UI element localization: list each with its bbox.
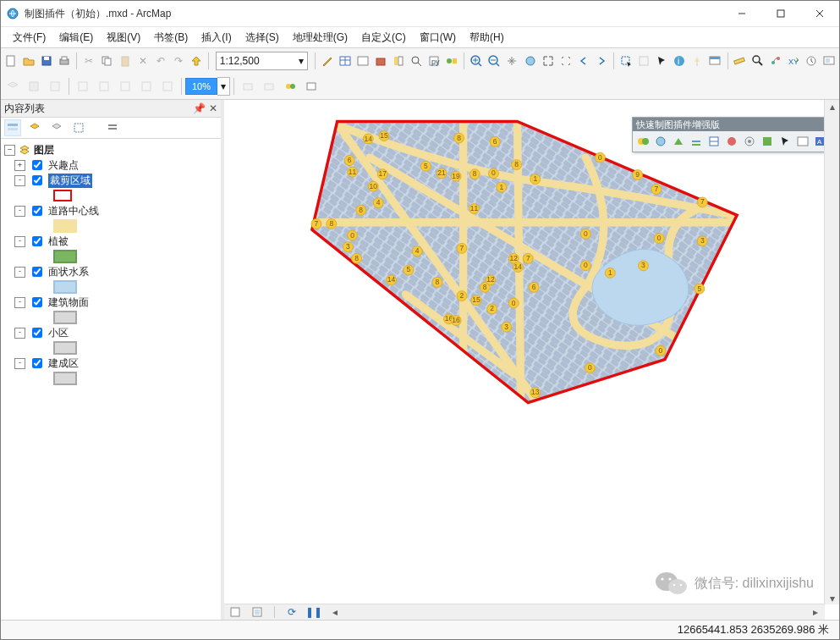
tree-row[interactable]: -小区 — [4, 325, 217, 340]
layer-checkbox[interactable] — [32, 206, 42, 216]
zoom-in-icon[interactable] — [468, 51, 485, 71]
layer-checkbox[interactable] — [32, 175, 42, 185]
redo-icon[interactable]: ↷ — [170, 51, 187, 71]
map-canvas[interactable]: 1415866111017521198081109771184870381454… — [224, 100, 825, 604]
python-icon[interactable]: py — [425, 51, 442, 71]
select-features-icon[interactable] — [618, 51, 634, 71]
time-slider-icon[interactable] — [803, 51, 820, 71]
scroll-up-icon[interactable]: ▴ — [826, 100, 838, 113]
catalog-icon[interactable] — [390, 51, 407, 71]
plugin-toolbar[interactable]: 快速制图插件增强版 ▾ ✕ — [632, 117, 839, 152]
plugin-btn-2-icon[interactable] — [653, 134, 668, 149]
scroll-left-icon[interactable]: ◂ — [328, 606, 341, 619]
scroll-right-icon[interactable]: ▸ — [809, 606, 821, 619]
menu-item[interactable]: 窗口(W) — [413, 28, 463, 47]
graph-icon[interactable] — [354, 51, 371, 71]
plugin-btn-3-icon[interactable] — [671, 134, 686, 149]
tree-row[interactable]: -植被 — [4, 234, 217, 249]
clear-selection-icon[interactable] — [635, 51, 652, 71]
tree-row[interactable] — [4, 249, 217, 264]
cut-icon[interactable]: ✂ — [80, 51, 97, 71]
opacity-control[interactable]: 10% ▾ — [185, 77, 230, 96]
tree-row[interactable] — [4, 340, 217, 356]
plugin-btn-1-icon[interactable] — [635, 134, 651, 149]
pan-icon[interactable] — [503, 51, 520, 71]
paste-icon[interactable] — [116, 51, 133, 71]
model-builder-icon[interactable] — [443, 51, 460, 71]
menu-item[interactable]: 帮助(H) — [463, 28, 511, 47]
menu-item[interactable]: 选择(S) — [239, 28, 286, 47]
hyperlink-icon[interactable] — [689, 51, 705, 71]
swipe-icon[interactable] — [24, 76, 44, 97]
find-route-icon[interactable] — [767, 51, 784, 71]
delete-icon[interactable]: ✕ — [135, 51, 151, 71]
effect-layer-icon[interactable] — [3, 76, 23, 97]
scale-input[interactable]: 1:12,500▾ — [216, 52, 308, 70]
minimize-button[interactable] — [722, 1, 761, 26]
close-button[interactable] — [800, 1, 839, 26]
plugin-btn-7-icon[interactable] — [742, 134, 757, 149]
maximize-button[interactable] — [761, 1, 800, 26]
tree-row[interactable]: −图层 — [4, 142, 217, 157]
tree-row[interactable] — [4, 188, 217, 203]
scroll-down-icon[interactable]: ▾ — [826, 592, 838, 604]
print-icon[interactable] — [56, 51, 73, 71]
close-panel-icon[interactable]: ✕ — [209, 102, 217, 114]
tb2-g-icon[interactable] — [259, 76, 279, 97]
tree-row[interactable]: -面状水系 — [4, 264, 217, 279]
search-window-icon[interactable] — [408, 51, 425, 71]
tb2-f-icon[interactable] — [238, 76, 258, 97]
save-icon[interactable] — [38, 51, 55, 71]
plugin-btn-4-icon[interactable] — [689, 134, 704, 149]
tb2-i-icon[interactable] — [301, 76, 321, 97]
tb2-a-icon[interactable] — [73, 76, 93, 97]
tb2-e-icon[interactable] — [157, 76, 178, 97]
undo-icon[interactable]: ↶ — [152, 51, 169, 71]
plugin-btn-8-icon[interactable] — [760, 134, 775, 149]
vertical-scrollbar[interactable]: ▴ ▾ — [824, 100, 839, 604]
tree-row[interactable] — [4, 371, 217, 386]
plugin-btn-9-icon[interactable] — [777, 134, 793, 149]
zoom-out-icon[interactable] — [486, 51, 502, 71]
new-doc-icon[interactable] — [3, 51, 19, 71]
plugin-btn-6-icon[interactable] — [724, 134, 739, 149]
tree-row[interactable]: +兴趣点 — [4, 157, 217, 173]
layer-checkbox[interactable] — [32, 236, 42, 246]
tree-row[interactable]: -建成区 — [4, 356, 217, 371]
data-view-button[interactable] — [228, 604, 243, 620]
full-extent-icon[interactable] — [522, 51, 539, 71]
list-by-visibility-icon[interactable] — [48, 119, 65, 136]
menu-item[interactable]: 文件(F) — [6, 28, 52, 47]
chevron-down-icon[interactable]: ▾ — [217, 77, 230, 96]
list-by-source-icon[interactable] — [26, 119, 43, 136]
menu-item[interactable]: 地理处理(G) — [286, 28, 354, 47]
list-by-drawing-order-icon[interactable] — [4, 119, 21, 136]
menu-item[interactable]: 插入(I) — [195, 28, 238, 47]
plugin-btn-10-icon[interactable] — [795, 134, 810, 149]
editor-toolbar-icon[interactable] — [318, 51, 335, 71]
fixed-zoom-out-icon[interactable] — [557, 51, 574, 71]
layout-view-button[interactable] — [250, 604, 265, 620]
fixed-zoom-in-icon[interactable] — [540, 51, 557, 71]
refresh-button[interactable]: ⟳ — [284, 604, 299, 620]
tb2-b-icon[interactable] — [94, 76, 114, 97]
layer-checkbox[interactable] — [32, 160, 42, 170]
flicker-icon[interactable] — [45, 76, 65, 97]
toolbox-icon[interactable] — [372, 51, 389, 71]
list-by-selection-icon[interactable] — [70, 119, 87, 136]
tree-row[interactable]: -建筑物面 — [4, 295, 217, 310]
tb2-h-icon[interactable] — [280, 76, 300, 97]
menu-item[interactable]: 书签(B) — [147, 28, 195, 47]
plugin-btn-5-icon[interactable] — [706, 134, 722, 149]
options-icon[interactable] — [104, 119, 121, 136]
add-data-icon[interactable] — [188, 51, 205, 71]
prev-extent-icon[interactable] — [575, 51, 592, 71]
tb2-d-icon[interactable] — [136, 76, 156, 97]
viewer-window-icon[interactable] — [821, 51, 837, 71]
html-popup-icon[interactable] — [706, 51, 723, 71]
menu-item[interactable]: 编辑(E) — [52, 28, 100, 47]
toc-tree[interactable]: −图层+兴趣点-裁剪区域-道路中心线-植被-面状水系-建筑物面-小区-建成区 — [1, 139, 221, 620]
measure-icon[interactable] — [731, 51, 748, 71]
open-icon[interactable] — [20, 51, 37, 71]
copy-icon[interactable] — [98, 51, 115, 71]
